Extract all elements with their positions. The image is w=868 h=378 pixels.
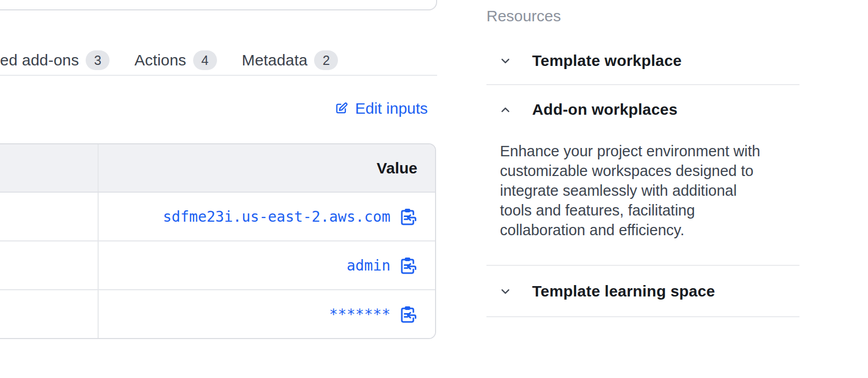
tab-count-badge: 2 xyxy=(314,50,338,70)
inputs-table: Value sdfme23i.us-east-2.aws.com admin xyxy=(0,143,436,339)
accordion-description: Enhance your project environment with cu… xyxy=(500,141,767,240)
tab-label: ed add-ons xyxy=(0,51,79,69)
input-value-password-masked: ******* xyxy=(329,306,390,323)
edit-inputs-button[interactable]: Edit inputs xyxy=(334,100,428,117)
copy-clipboard-icon xyxy=(399,305,416,323)
accordion-add-on-workplaces: Add-on workplaces Enhance your project e… xyxy=(486,85,799,266)
copy-clipboard-icon xyxy=(399,256,416,274)
input-value-host: sdfme23i.us-east-2.aws.com xyxy=(163,208,390,225)
input-value-username: admin xyxy=(347,257,390,274)
tab-bar: ed add-ons 3 Actions 4 Metadata 2 xyxy=(0,50,338,70)
accordion-template-workplace: Template workplace xyxy=(486,46,799,85)
tab-label: Metadata xyxy=(242,51,308,69)
tab-actions[interactable]: Actions 4 xyxy=(134,50,217,70)
resources-panel-title: Resources xyxy=(486,7,799,25)
resources-panel: Resources Template workplace Add-on work… xyxy=(486,7,799,317)
chevron-up-icon xyxy=(500,104,511,115)
edit-inputs-label: Edit inputs xyxy=(355,100,428,117)
edit-pencil-icon xyxy=(334,101,348,116)
accordion-template-learning-space: Template learning space xyxy=(486,266,799,317)
accordion-title: Add-on workplaces xyxy=(532,101,677,118)
accordion-toggle-template-workplace[interactable]: Template workplace xyxy=(486,46,799,84)
table-row: ******* xyxy=(0,290,435,338)
copy-value-button[interactable] xyxy=(399,256,416,274)
key-cell xyxy=(0,193,99,240)
tab-label: Actions xyxy=(134,51,186,69)
copy-value-button[interactable] xyxy=(399,208,416,225)
tab-metadata[interactable]: Metadata 2 xyxy=(242,50,338,70)
accordion-title: Template learning space xyxy=(532,282,715,300)
value-column-header: Value xyxy=(377,159,417,177)
table-row: admin xyxy=(0,241,435,290)
table-header-row: Value xyxy=(0,144,435,193)
accordion-toggle-add-on-workplaces[interactable]: Add-on workplaces xyxy=(486,85,799,129)
previous-section-card xyxy=(0,0,437,10)
tab-count-badge: 4 xyxy=(193,50,217,70)
table-header-key-cell xyxy=(0,144,99,192)
tab-installed-add-ons[interactable]: ed add-ons 3 xyxy=(0,50,110,70)
key-cell xyxy=(0,290,99,338)
key-cell xyxy=(0,241,99,289)
chevron-down-icon xyxy=(500,286,511,297)
table-row: sdfme23i.us-east-2.aws.com xyxy=(0,193,435,241)
copy-value-button[interactable] xyxy=(399,305,416,323)
copy-clipboard-icon xyxy=(399,208,416,225)
chevron-down-icon xyxy=(500,56,511,66)
accordion-title: Template workplace xyxy=(532,52,682,70)
tab-bar-divider xyxy=(0,75,437,76)
tab-count-badge: 3 xyxy=(86,50,110,70)
accordion-toggle-template-learning-space[interactable]: Template learning space xyxy=(486,266,799,316)
